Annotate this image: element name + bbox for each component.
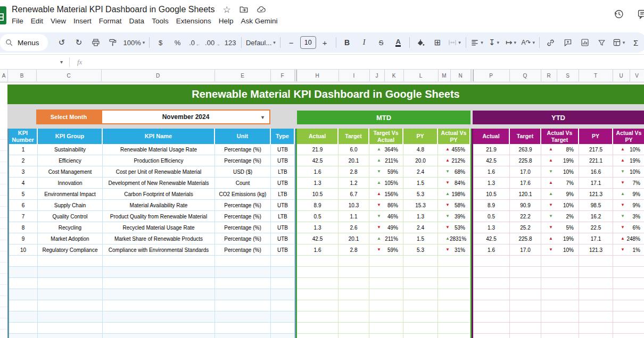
empty-cell[interactable] xyxy=(510,256,541,267)
column-header-I[interactable]: I xyxy=(338,70,370,81)
unit-cell[interactable]: Percentage (%) xyxy=(215,233,271,244)
insert-chart-button[interactable] xyxy=(576,36,593,49)
ytd-py-cell[interactable]: 217.5 xyxy=(579,144,613,155)
mtd-target-cell[interactable]: 6.7 xyxy=(338,189,369,200)
type-cell[interactable]: LTB xyxy=(271,211,295,222)
kpi-group-cell[interactable]: Regulatory Compliance xyxy=(38,244,103,256)
type-cell[interactable]: UTB xyxy=(271,178,295,189)
ytd-header-cell[interactable]: PY xyxy=(579,129,613,144)
undo-button[interactable]: ↺ xyxy=(54,36,70,49)
type-cell[interactable]: LTB xyxy=(271,166,295,178)
empty-cell[interactable] xyxy=(9,334,38,338)
ytd-target-cell[interactable]: 120.1 xyxy=(510,189,541,200)
empty-cell[interactable] xyxy=(297,323,338,334)
indicator-cell[interactable]: ▲156% xyxy=(369,189,403,200)
empty-cell[interactable] xyxy=(271,334,295,338)
menu-data[interactable]: Data xyxy=(126,16,148,26)
indicator-cell[interactable]: ▼3% xyxy=(613,211,644,222)
empty-cell[interactable] xyxy=(510,289,541,300)
empty-cell[interactable] xyxy=(510,300,541,311)
ytd-target-cell[interactable]: 225.8 xyxy=(510,233,541,244)
kpi-group-cell[interactable]: Cost Management xyxy=(38,166,103,178)
empty-cell[interactable] xyxy=(473,256,510,267)
indicator-cell[interactable]: ▼10% xyxy=(541,200,579,211)
indicator-cell[interactable]: ▼58% xyxy=(438,200,470,211)
kpi-group-cell[interactable]: Market Adoption xyxy=(38,233,103,244)
ytd-target-cell[interactable]: 22.2 xyxy=(510,211,541,222)
empty-cell[interactable] xyxy=(215,278,271,289)
ytd-actual-cell[interactable]: 1.6 xyxy=(473,166,510,178)
column-header-B[interactable]: B xyxy=(7,70,37,81)
empty-cell[interactable] xyxy=(510,278,541,289)
indicator-cell[interactable]: ▼86% xyxy=(369,200,403,211)
empty-cell[interactable] xyxy=(271,323,295,334)
indicator-cell[interactable]: ▲364% xyxy=(369,144,403,155)
empty-cell[interactable] xyxy=(613,278,644,289)
unit-cell[interactable]: CO2 Emissions (kg) xyxy=(215,189,271,200)
empty-cell[interactable] xyxy=(403,256,438,267)
empty-cell[interactable] xyxy=(541,289,579,300)
mtd-actual-cell[interactable]: 1.6 xyxy=(297,244,338,256)
unit-cell[interactable]: Percentage (%) xyxy=(215,222,271,233)
kpi-name-cell[interactable]: Material Availability Rate xyxy=(103,200,215,211)
ytd-py-cell[interactable]: 17.1 xyxy=(579,178,613,189)
indicator-cell[interactable]: ▼5% xyxy=(541,222,579,233)
empty-cell[interactable] xyxy=(9,300,38,311)
empty-cell[interactable] xyxy=(338,334,369,338)
indicator-cell[interactable]: ▲455% xyxy=(438,144,470,155)
mtd-target-cell[interactable]: 2.8 xyxy=(338,166,369,178)
empty-cell[interactable] xyxy=(579,278,613,289)
ytd-actual-cell[interactable]: 0.5 xyxy=(473,211,510,222)
empty-cell[interactable] xyxy=(473,334,510,338)
menu-extensions[interactable]: Extensions xyxy=(172,16,215,26)
unit-cell[interactable]: Percentage (%) xyxy=(215,211,271,222)
table-views-button[interactable]: ▾ xyxy=(610,36,627,49)
mtd-actual-cell[interactable]: 1.3 xyxy=(297,178,338,189)
month-dropdown[interactable]: November 2024 ▾ xyxy=(101,109,270,124)
kpi-name-cell[interactable]: Production Efficiency xyxy=(103,155,215,166)
horizontal-align-button[interactable]: ▾ xyxy=(469,36,485,49)
ytd-actual-cell[interactable]: 8.9 xyxy=(473,200,510,211)
empty-cell[interactable] xyxy=(103,278,215,289)
empty-cell[interactable] xyxy=(541,323,579,334)
formula-input[interactable] xyxy=(82,55,644,69)
empty-cell[interactable] xyxy=(271,289,295,300)
kpi-group-cell[interactable]: Sustainability xyxy=(38,144,103,155)
column-header-K[interactable]: K xyxy=(384,70,404,81)
empty-cell[interactable] xyxy=(271,267,295,278)
indicator-cell[interactable]: ▲211% xyxy=(369,233,403,244)
kpi-name-cell[interactable]: Carbon Footprint of Materials xyxy=(103,189,215,200)
empty-cell[interactable] xyxy=(403,334,438,338)
empty-cell[interactable] xyxy=(403,323,438,334)
empty-cell[interactable] xyxy=(297,278,338,289)
empty-cell[interactable] xyxy=(338,323,369,334)
empty-cell[interactable] xyxy=(510,267,541,278)
empty-cell[interactable] xyxy=(438,323,470,334)
name-box[interactable]: ▾ xyxy=(0,59,66,65)
empty-cell[interactable] xyxy=(338,311,369,323)
empty-cell[interactable] xyxy=(510,323,541,334)
empty-cell[interactable] xyxy=(438,289,470,300)
unit-cell[interactable]: Percentage (%) xyxy=(215,155,271,166)
column-header-M[interactable]: M xyxy=(438,70,451,81)
menu-file[interactable]: File xyxy=(8,16,27,26)
empty-cell[interactable] xyxy=(271,278,295,289)
mtd-actual-cell[interactable]: 10.5 xyxy=(297,189,338,200)
empty-cell[interactable] xyxy=(579,311,613,323)
empty-cell[interactable] xyxy=(438,256,470,267)
mtd-target-cell[interactable]: 10.3 xyxy=(338,200,369,211)
indicator-cell[interactable]: ▲212% xyxy=(438,155,470,166)
kpi-number-cell[interactable]: 3 xyxy=(9,166,38,178)
empty-cell[interactable] xyxy=(9,311,38,323)
indicator-cell[interactable]: ▼68% xyxy=(438,166,470,178)
indicator-cell[interactable]: ▼59% xyxy=(369,244,403,256)
insert-link-button[interactable] xyxy=(542,36,559,49)
mtd-py-cell[interactable]: 1.3 xyxy=(403,211,438,222)
kpi-number-cell[interactable]: 5 xyxy=(9,189,38,200)
menu-insert[interactable]: Insert xyxy=(70,16,95,26)
empty-cell[interactable] xyxy=(613,267,644,278)
empty-cell[interactable] xyxy=(271,256,295,267)
empty-cell[interactable] xyxy=(579,334,613,338)
empty-cell[interactable] xyxy=(369,289,403,300)
mtd-header-cell[interactable]: Actual Vs PY xyxy=(438,129,470,144)
